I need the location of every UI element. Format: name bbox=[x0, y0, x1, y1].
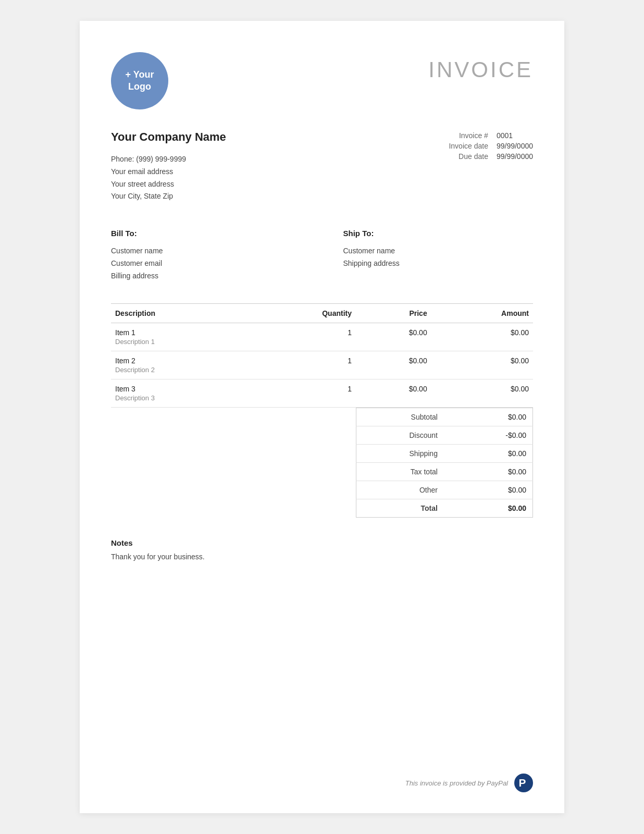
total-row: Total $0.00 bbox=[356, 499, 533, 517]
subtotal-value: $0.00 bbox=[444, 408, 533, 426]
svg-text:P: P bbox=[519, 777, 526, 789]
totals-section: Subtotal $0.00 Discount -$0.00 Shipping … bbox=[111, 408, 533, 518]
invoice-date-label: Invoice date bbox=[443, 141, 488, 151]
ship-to-heading: Ship To: bbox=[343, 229, 534, 238]
due-date-label: Due date bbox=[443, 151, 488, 162]
bill-to-details: Customer name Customer email Billing add… bbox=[111, 245, 301, 282]
ship-to: Ship To: Customer name Shipping address bbox=[343, 229, 534, 282]
company-phone: Phone: (999) 999-9999 bbox=[111, 153, 226, 166]
invoice-number-label: Invoice # bbox=[443, 130, 488, 141]
bill-to-heading: Bill To: bbox=[111, 229, 301, 238]
invoice-meta: Invoice # 0001 Invoice date 99/99/0000 D… bbox=[443, 130, 533, 203]
totals-table: Subtotal $0.00 Discount -$0.00 Shipping … bbox=[356, 408, 533, 518]
col-quantity: Quantity bbox=[249, 303, 356, 323]
notes-heading: Notes bbox=[111, 538, 533, 547]
logo-line1: + Your bbox=[126, 69, 154, 81]
item-amount-1: $0.00 bbox=[431, 351, 533, 366]
ship-shipping-address: Shipping address bbox=[343, 257, 534, 270]
list-item: Description 1 bbox=[111, 338, 533, 351]
item-qty-1: 1 bbox=[249, 351, 356, 366]
tax-row: Tax total $0.00 bbox=[356, 462, 533, 481]
shipping-value: $0.00 bbox=[444, 444, 533, 462]
tax-value: $0.00 bbox=[444, 462, 533, 481]
bill-customer-email: Customer email bbox=[111, 257, 301, 270]
notes-section: Notes Thank you for your business. bbox=[111, 538, 533, 561]
company-city: Your City, State Zip bbox=[111, 190, 226, 203]
table-row: Item 1 1 $0.00 $0.00 bbox=[111, 323, 533, 338]
total-label: Total bbox=[356, 499, 444, 517]
shipping-label: Shipping bbox=[356, 444, 444, 462]
item-amount-2: $0.00 bbox=[431, 379, 533, 394]
paypal-icon: P bbox=[514, 774, 533, 792]
item-amount-0: $0.00 bbox=[431, 323, 533, 338]
item-price-2: $0.00 bbox=[356, 379, 431, 394]
other-value: $0.00 bbox=[444, 481, 533, 499]
company-section: Your Company Name Phone: (999) 999-9999 … bbox=[111, 130, 533, 203]
ship-customer-name: Customer name bbox=[343, 245, 534, 257]
item-name-2: Item 3 bbox=[111, 379, 249, 394]
table-row: Item 2 1 $0.00 $0.00 bbox=[111, 351, 533, 366]
item-desc-2: Description 3 bbox=[111, 394, 533, 408]
billing-section: Bill To: Customer name Customer email Bi… bbox=[111, 229, 533, 282]
tax-label: Tax total bbox=[356, 462, 444, 481]
invoice-title: INVOICE bbox=[428, 57, 533, 82]
item-name-0: Item 1 bbox=[111, 323, 249, 338]
invoice-date-value: 99/99/0000 bbox=[488, 141, 533, 151]
item-desc-1: Description 2 bbox=[111, 366, 533, 379]
list-item: Description 3 bbox=[111, 394, 533, 408]
company-email: Your email address bbox=[111, 166, 226, 178]
item-desc-0: Description 1 bbox=[111, 338, 533, 351]
discount-value: -$0.00 bbox=[444, 426, 533, 444]
company-details: Phone: (999) 999-9999 Your email address… bbox=[111, 153, 226, 203]
items-table: Description Quantity Price Amount Item 1… bbox=[111, 303, 533, 408]
company-name: Your Company Name bbox=[111, 130, 226, 144]
col-price: Price bbox=[356, 303, 431, 323]
due-date-value: 99/99/0000 bbox=[488, 151, 533, 162]
total-value: $0.00 bbox=[444, 499, 533, 517]
bill-billing-address: Billing address bbox=[111, 270, 301, 283]
shipping-row: Shipping $0.00 bbox=[356, 444, 533, 462]
bill-customer-name: Customer name bbox=[111, 245, 301, 257]
footer-text: This invoice is provided by PayPal bbox=[405, 779, 508, 787]
other-row: Other $0.00 bbox=[356, 481, 533, 499]
header: + Your Logo INVOICE bbox=[111, 52, 533, 109]
item-qty-0: 1 bbox=[249, 323, 356, 338]
ship-to-details: Customer name Shipping address bbox=[343, 245, 534, 270]
company-left: Your Company Name Phone: (999) 999-9999 … bbox=[111, 130, 226, 203]
notes-text: Thank you for your business. bbox=[111, 553, 533, 561]
item-name-1: Item 2 bbox=[111, 351, 249, 366]
col-amount: Amount bbox=[431, 303, 533, 323]
invoice-number-value: 0001 bbox=[488, 130, 533, 141]
other-label: Other bbox=[356, 481, 444, 499]
invoice-page: + Your Logo INVOICE Your Company Name Ph… bbox=[80, 21, 564, 813]
subtotal-label: Subtotal bbox=[356, 408, 444, 426]
company-street: Your street address bbox=[111, 178, 226, 191]
list-item: Description 2 bbox=[111, 366, 533, 379]
logo-line2: Logo bbox=[128, 81, 151, 93]
item-price-0: $0.00 bbox=[356, 323, 431, 338]
col-description: Description bbox=[111, 303, 249, 323]
footer: This invoice is provided by PayPal P bbox=[405, 774, 533, 792]
discount-label: Discount bbox=[356, 426, 444, 444]
logo-button[interactable]: + Your Logo bbox=[111, 52, 168, 109]
table-row: Item 3 1 $0.00 $0.00 bbox=[111, 379, 533, 394]
item-price-1: $0.00 bbox=[356, 351, 431, 366]
item-qty-2: 1 bbox=[249, 379, 356, 394]
bill-to: Bill To: Customer name Customer email Bi… bbox=[111, 229, 301, 282]
subtotal-row: Subtotal $0.00 bbox=[356, 408, 533, 426]
discount-row: Discount -$0.00 bbox=[356, 426, 533, 444]
